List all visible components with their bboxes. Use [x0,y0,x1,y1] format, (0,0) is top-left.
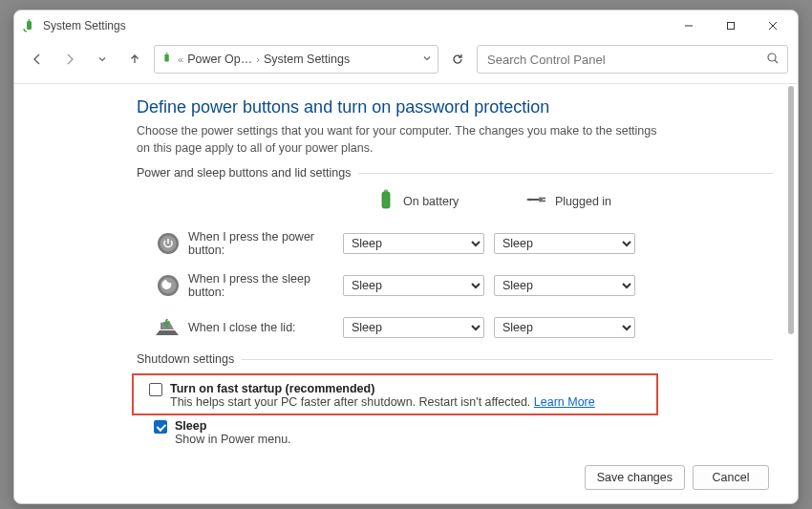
svg-rect-7 [166,52,168,53]
svg-rect-0 [27,21,32,30]
forward-button[interactable] [56,46,83,73]
fast-startup-label: Turn on fast startup (recommended) [170,382,595,395]
breadcrumb-power-options[interactable]: Power Op… [187,53,252,66]
up-button[interactable] [121,46,148,73]
sleep-setting: Sleep Show in Power menu. [137,415,773,448]
chevron-down-icon[interactable] [422,53,432,66]
fast-startup-checkbox[interactable] [149,383,162,396]
search-input[interactable] [485,52,766,68]
search-bar[interactable] [477,45,788,74]
fast-startup-setting: Turn on fast startup (recommended) This … [138,378,652,411]
svg-line-9 [775,60,778,63]
row-lid-label: When I close the lid: [188,321,343,334]
address-bar[interactable]: « Power Op… › System Settings [154,45,438,74]
learn-more-link[interactable]: Learn More [534,395,595,409]
sleep-label: Sleep [175,419,291,433]
page-description: Choose the power settings that you want … [137,123,662,157]
row-close-lid: When I close the lid: Sleep Sleep [137,308,773,347]
svg-rect-3 [728,23,735,30]
sleep-button-battery-select[interactable]: Sleep [343,275,484,296]
section-shutdown-label-text: Shutdown settings [137,352,234,366]
row-sleep-label: When I press the sleep button: [188,272,343,299]
on-battery-label: On battery [403,195,459,208]
power-config-icon [160,52,174,68]
plugged-in-header: Plugged in [524,192,673,210]
power-button-battery-select[interactable]: Sleep [343,233,484,254]
row-power-button: When I press the power button: Sleep Sle… [137,224,773,263]
recent-dropdown[interactable] [89,46,116,73]
row-sleep-button: When I press the sleep button: Sleep Sle… [137,266,773,305]
maximize-button[interactable] [710,12,752,39]
back-button[interactable] [24,46,51,73]
columns-header: On battery Plugged in [137,187,773,215]
power-button-plugged-select[interactable]: Sleep [494,233,635,254]
highlight-fast-startup: Turn on fast startup (recommended) This … [132,373,658,415]
cancel-button[interactable]: Cancel [693,465,769,490]
chevron-right-icon: › [256,53,260,65]
chevron-left-icon: « [178,53,183,65]
power-button-icon [156,231,181,256]
save-changes-button[interactable]: Save changes [585,465,685,490]
plug-icon [524,192,547,210]
system-settings-window: System Settings [13,10,799,504]
search-icon[interactable] [766,52,780,68]
lid-battery-select[interactable]: Sleep [343,317,484,338]
dialog-buttons: Save changes Cancel [585,465,769,490]
window-title: System Settings [43,19,668,32]
sleep-checkbox[interactable] [154,420,167,434]
page-title: Define power buttons and turn on passwor… [137,97,773,117]
sleep-desc: Show in Power menu. [175,433,291,446]
row-power-label: When I press the power button: [188,230,343,257]
plugged-in-label: Plugged in [555,195,611,208]
refresh-button[interactable] [444,46,471,73]
svg-point-8 [768,53,776,61]
battery-icon [376,187,395,215]
lid-plugged-select[interactable]: Sleep [494,317,635,338]
svg-rect-10 [382,192,390,208]
svg-rect-13 [539,198,543,202]
breadcrumb-system-settings[interactable]: System Settings [264,53,350,66]
section-label-text: Power and sleep buttons and lid settings [137,166,351,180]
on-battery-header: On battery [376,187,524,215]
sleep-button-icon [156,273,181,298]
content-area: Define power buttons and turn on passwor… [14,84,798,503]
laptop-lid-icon [156,315,181,340]
titlebar: System Settings [14,11,798,41]
svg-rect-1 [29,19,31,21]
section-shutdown-settings: Shutdown settings [137,352,773,366]
close-button[interactable] [752,12,794,39]
sleep-button-plugged-select[interactable]: Sleep [494,275,635,296]
svg-rect-6 [164,53,168,61]
section-power-sleep-buttons: Power and sleep buttons and lid settings [137,166,773,180]
minimize-button[interactable] [668,12,710,39]
fast-startup-desc: This helps start your PC faster after sh… [170,395,595,409]
toolbar: « Power Op… › System Settings [14,41,798,84]
scrollbar-thumb[interactable] [788,86,794,334]
power-config-icon [22,18,37,33]
